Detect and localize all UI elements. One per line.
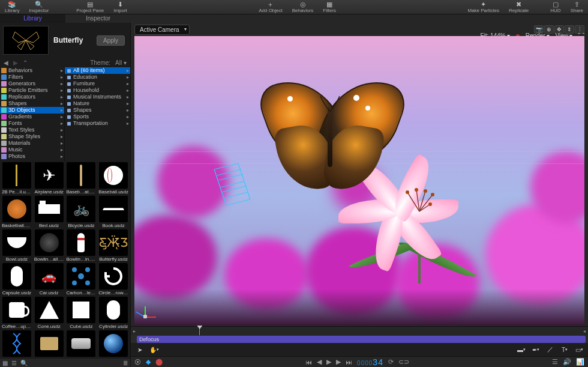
category-particle-emitters[interactable]: Particle Emitters▸	[0, 87, 64, 94]
category-shapes[interactable]: Shapes▸	[0, 100, 64, 107]
forward-icon[interactable]: ▶	[13, 59, 18, 66]
asset-cube[interactable]: Cube.usdz	[66, 297, 97, 329]
subcategory-musical-instruments[interactable]: Musical Instruments▸	[65, 94, 130, 100]
filters-button[interactable]: ▦Filters	[318, 0, 341, 14]
asset-grid: 2B Pe…il.usdz✈Airplane.usdzBaseb…at.usdz…	[0, 161, 130, 359]
category-music[interactable]: Music▸	[0, 147, 64, 153]
asset-plane[interactable]: ✈Airplane.usdz	[34, 162, 65, 195]
asset-car[interactable]: 🚗Car.usdz	[34, 263, 65, 296]
category-materials[interactable]: Materials▸	[0, 140, 64, 147]
record-icon[interactable]: ⬤	[155, 358, 163, 366]
tab-library[interactable]: Library	[0, 14, 65, 23]
behaviors-button[interactable]: ◎Behaviors	[287, 0, 319, 14]
keyframe-editor-icon[interactable]: 📊	[576, 358, 584, 366]
asset-book[interactable]: Book.usdz	[98, 196, 129, 228]
subcategory-transportation[interactable]: Transportation▸	[65, 120, 130, 127]
arrow-tool-icon[interactable]: ➤	[134, 345, 145, 354]
line-tool-icon[interactable]: ／	[545, 345, 556, 354]
asset-bed[interactable]: Bed.usdz	[34, 196, 65, 228]
asset-baseball[interactable]: Baseball.usdz	[98, 162, 129, 195]
search-icon[interactable]: 🔍	[20, 360, 28, 366]
inspector-button[interactable]: 🔍Inspector	[24, 0, 53, 14]
subcategory-nature[interactable]: Nature▸	[65, 100, 130, 107]
category-generators[interactable]: Generators▸	[0, 80, 64, 87]
asset-thumb-cone	[35, 297, 64, 323]
asset-cone[interactable]: Cone.usdz	[34, 297, 65, 329]
category-replicators[interactable]: Replicators▸	[0, 94, 64, 100]
asset-earth[interactable]: Earth.usdz	[98, 330, 129, 359]
category-behaviors[interactable]: Behaviors▸	[0, 67, 64, 74]
pen-tool-icon[interactable]: ✒	[530, 345, 541, 354]
asset-carrow[interactable]: Circle…row.usdz	[98, 263, 129, 296]
asset-basketball[interactable]: Basketball.usdz	[1, 196, 32, 228]
subcategory-furniture[interactable]: Furniture▸	[65, 80, 130, 87]
asset-bowl[interactable]: Bowl.usdz	[1, 229, 32, 262]
asset-molecule[interactable]: Carbon…le.usdz	[66, 263, 97, 296]
subcategory-education[interactable]: Education▸	[65, 74, 130, 80]
replicate-button[interactable]: ✖Replicate	[504, 0, 533, 14]
timecode[interactable]: 000034	[357, 357, 383, 367]
category-fonts[interactable]: Fonts▸	[0, 120, 64, 127]
add-object-icon: ＋	[267, 1, 274, 8]
audio-icon[interactable]: 🔊	[563, 358, 571, 366]
asset-dna[interactable]: DNA.usdz	[1, 330, 32, 359]
view-list-icon[interactable]: ☰	[11, 360, 17, 366]
asset-pencil[interactable]: 2B Pe…il.usdz	[1, 162, 32, 195]
asset-bike[interactable]: 🚲Bicycle.usdz	[66, 196, 97, 228]
asset-drum[interactable]: Drum.usdz	[66, 330, 97, 359]
text-tool-icon[interactable]: T	[559, 345, 570, 354]
rect-tool-icon[interactable]: ▬	[516, 345, 527, 354]
category-photos[interactable]: Photos▸	[0, 153, 64, 160]
category-shape-styles[interactable]: Shape Styles▸	[0, 133, 64, 140]
asset-mug[interactable]: Coffee…up.usdz	[1, 297, 32, 329]
make-particles-button[interactable]: ✦Make Particles	[463, 0, 503, 14]
subcategory-household[interactable]: Household▸	[65, 87, 130, 94]
import-button[interactable]: ⬇Import	[109, 0, 132, 14]
project-pane-button[interactable]: ▤Project Pane	[71, 0, 109, 14]
asset-bfly[interactable]: Ƹ̵̡Ӝ̵̨̄ƷButterfly.usdz	[98, 229, 129, 262]
subcategory-all-60-items-[interactable]: All (60 items)▸	[65, 67, 130, 74]
category-gradients[interactable]: Gradients▸	[0, 114, 64, 120]
loop-range-icon[interactable]: ⊂⊃	[398, 358, 409, 366]
goto-start-icon[interactable]: ⏮	[305, 359, 312, 366]
subcategory-shapes[interactable]: Shapes▸	[65, 107, 130, 114]
asset-cyl[interactable]: Cylinder.usdz	[98, 297, 129, 329]
timeline-ruler[interactable]: ▸ ◂	[131, 327, 588, 335]
butterfly-object[interactable]	[260, 71, 410, 203]
category-3d-objects[interactable]: 3D Objects▸	[0, 107, 64, 114]
add-object-button[interactable]: ＋Add Object	[254, 0, 287, 14]
asset-pin[interactable]: Bowlin…in.usdz	[66, 229, 97, 262]
mask-tool-icon[interactable]: ▭	[574, 345, 584, 354]
pan-tool-icon[interactable]: ✋	[149, 345, 160, 354]
viewport[interactable]	[134, 36, 584, 325]
theme-dropdown[interactable]: All ▾	[115, 59, 127, 66]
share-button[interactable]: ⇪Share	[566, 0, 588, 14]
library-button[interactable]: 📚Library	[0, 0, 24, 14]
path-up-icon[interactable]: ⌃	[23, 59, 28, 66]
subcategory-sports[interactable]: Sports▸	[65, 114, 130, 120]
timeline-track[interactable]: Defocus	[131, 335, 588, 344]
play-icon[interactable]: ▶	[326, 358, 331, 366]
view-grid-icon[interactable]: ▦	[2, 360, 8, 366]
hud-button[interactable]: ▢HUD	[545, 0, 565, 14]
asset-thumb-cyl	[99, 297, 128, 323]
prev-frame-icon[interactable]: ◀	[317, 358, 322, 366]
clip-defocus[interactable]: Defocus	[137, 336, 586, 343]
asset-folder[interactable]: Docum…er.usdz	[34, 330, 65, 359]
loop-icon[interactable]: ⟳	[388, 358, 394, 366]
columns-icon[interactable]: ≣	[123, 360, 128, 366]
tab-inspector[interactable]: Inspector	[65, 14, 131, 23]
keyframe-icon[interactable]: ◆	[146, 358, 151, 366]
layers-icon[interactable]: ☰	[552, 358, 558, 366]
next-frame-icon[interactable]: ▶	[336, 358, 341, 366]
goto-end-icon[interactable]: ⏭	[346, 359, 352, 366]
asset-bat[interactable]: Baseb…at.usdz	[66, 162, 97, 195]
camera-dropdown[interactable]: Active Camera	[134, 25, 190, 35]
apply-button[interactable]: Apply	[97, 35, 125, 46]
back-icon[interactable]: ◀	[4, 59, 8, 66]
category-text-styles[interactable]: Text Styles▸	[0, 127, 64, 133]
asset-capsule[interactable]: Capsule.usdz	[1, 263, 32, 296]
category-filters[interactable]: Filters▸	[0, 74, 64, 80]
asset-bball[interactable]: Bowlin…all.usdz	[34, 229, 65, 262]
timing-icon[interactable]: ⦿	[134, 359, 141, 366]
